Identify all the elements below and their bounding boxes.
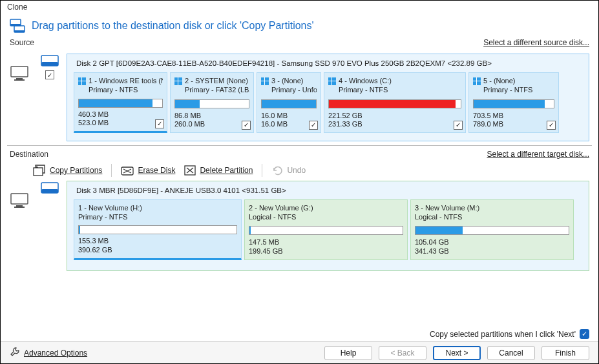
svg-rect-16: [41, 189, 58, 193]
windows-icon: [328, 77, 336, 85]
svg-rect-14: [14, 207, 25, 208]
usage-bar: [415, 226, 569, 235]
partition[interactable]: 2 - New Volume (G:)Logical - NTFS147.5 M…: [244, 199, 408, 260]
partition[interactable]: 3 - New Volume (M:)Logical - NTFS105.04 …: [410, 199, 574, 260]
svg-rect-4: [11, 66, 28, 77]
windows-icon: [261, 77, 269, 85]
disk-icon: [41, 55, 59, 66]
windows-icon: [174, 77, 182, 85]
partition-header: 3 - New Volume (M:)Logical - NTFS: [415, 204, 479, 222]
computer-icon: [10, 65, 32, 84]
partition-sizes: 105.04 GB341.43 GB: [415, 238, 569, 255]
header-text: Drag partitions to the destination disk …: [32, 20, 314, 32]
help-button[interactable]: Help: [324, 346, 372, 360]
computer-icon: [10, 192, 32, 211]
partition[interactable]: 5 - (None)Primary - NTFS703.5 MB789.0 MB…: [468, 72, 559, 133]
partition-sizes: 155.3 MB390.62 GB: [78, 237, 237, 254]
partition[interactable]: 2 - SYSTEM (None)Primary - FAT32 (LBA)86…: [170, 72, 254, 133]
windows-icon: [78, 77, 86, 85]
usage-bar: [328, 99, 461, 108]
svg-rect-3: [14, 30, 25, 32]
svg-rect-8: [41, 62, 58, 66]
clone-disk-icon: [10, 19, 25, 33]
erase-disk-label: Erase Disk: [138, 166, 175, 175]
usage-bar: [249, 226, 403, 235]
partition-header: 5 - (None)Primary - NTFS: [483, 77, 532, 95]
usage-bar: [261, 99, 317, 108]
advanced-options-link[interactable]: Advanced Options: [10, 347, 87, 359]
finish-button[interactable]: Finish: [541, 346, 589, 360]
svg-rect-6: [14, 79, 25, 81]
copy-next-label: Copy selected partitions when I click 'N…: [430, 330, 576, 339]
usage-bar: [78, 99, 163, 108]
partition-sizes: 460.3 MB523.0 MB: [78, 110, 163, 127]
copy-next-checkbox[interactable]: ✓: [580, 329, 589, 339]
header: Drag partitions to the destination disk …: [1, 15, 598, 37]
source-disk-title: Disk 2 GPT [6D09E2A3-CAE8-11EB-A520-B40E…: [74, 59, 582, 67]
source-disk-checkbox[interactable]: ✓: [45, 70, 54, 79]
svg-rect-9: [34, 168, 43, 176]
undo-button: Undo: [271, 165, 306, 176]
delete-partition-label: Delete Partition: [200, 166, 253, 175]
select-target-link[interactable]: Select a different target disk...: [487, 150, 589, 159]
source-disk-box[interactable]: Disk 2 GPT [6D09E2A3-CAE8-11EB-A520-B40E…: [67, 54, 589, 141]
usage-bar: [174, 99, 249, 108]
svg-rect-12: [11, 194, 28, 204]
partition-header: 2 - New Volume (G:)Logical - NTFS: [249, 204, 313, 222]
next-button[interactable]: Next >: [433, 346, 481, 360]
partition-checkbox[interactable]: ✓: [309, 121, 318, 130]
destination-label: Destination: [10, 150, 48, 159]
partition-header: 1 - New Volume (H:)Primary - NTFS: [78, 204, 142, 222]
copy-partitions-label: Copy Partitions: [50, 166, 102, 175]
destination-disk-box[interactable]: Disk 3 MBR [5D86DF9E] - ANKEJE USB3.0 41…: [67, 181, 589, 271]
back-button: < Back: [379, 346, 426, 360]
disk-icon: [41, 182, 59, 194]
partition-sizes: 86.8 MB260.0 MB: [174, 112, 249, 128]
usage-bar: [473, 99, 554, 108]
wrench-icon: [10, 347, 20, 359]
partition[interactable]: 1 - Windows RE tools (NonPrimary - NTFS4…: [74, 72, 167, 133]
usage-bar: [78, 225, 237, 234]
partition-sizes: 147.5 MB199.45 GB: [249, 238, 403, 255]
destination-disk-title: Disk 3 MBR [5D86DF9E] - ANKEJE USB3.0 41…: [74, 187, 582, 194]
partition-checkbox[interactable]: ✓: [155, 119, 164, 128]
partition-checkbox[interactable]: ✓: [454, 121, 463, 130]
partition-header: 2 - SYSTEM (None)Primary - FAT32 (LBA): [185, 77, 249, 95]
partition-header: 3 - (None)Primary - Unformatted: [271, 77, 317, 95]
partition-checkbox[interactable]: ✓: [242, 121, 251, 130]
windows-icon: [473, 77, 481, 85]
cancel-button[interactable]: Cancel: [487, 346, 535, 360]
advanced-options-label: Advanced Options: [24, 349, 87, 358]
undo-label: Undo: [287, 166, 306, 175]
toolbar-separator: [111, 164, 112, 177]
partition[interactable]: 3 - (None)Primary - Unformatted16.0 MB16…: [257, 72, 321, 133]
source-label: Source: [10, 38, 34, 47]
partition-checkbox[interactable]: ✓: [547, 121, 556, 130]
window-title: Clone: [1, 1, 598, 15]
toolbar-separator: [262, 164, 262, 177]
partition-sizes: 221.52 GB231.33 GB: [328, 112, 461, 128]
erase-disk-button[interactable]: Erase Disk: [121, 165, 175, 176]
partition-header: 1 - Windows RE tools (NonPrimary - NTFS: [89, 77, 163, 95]
delete-partition-button[interactable]: Delete Partition: [184, 165, 253, 176]
svg-rect-13: [16, 205, 23, 207]
select-source-link[interactable]: Select a different source disk...: [483, 38, 589, 47]
svg-rect-5: [16, 78, 23, 79]
partition-sizes: 703.5 MB789.0 MB: [473, 112, 554, 128]
partition[interactable]: 1 - New Volume (H:)Primary - NTFS155.3 M…: [74, 199, 242, 260]
copy-partitions-button[interactable]: Copy Partitions: [33, 165, 102, 176]
partition-header: 4 - Windows (C:)Primary - NTFS: [339, 77, 392, 95]
partition[interactable]: 4 - Windows (C:)Primary - NTFS221.52 GB2…: [324, 72, 466, 133]
